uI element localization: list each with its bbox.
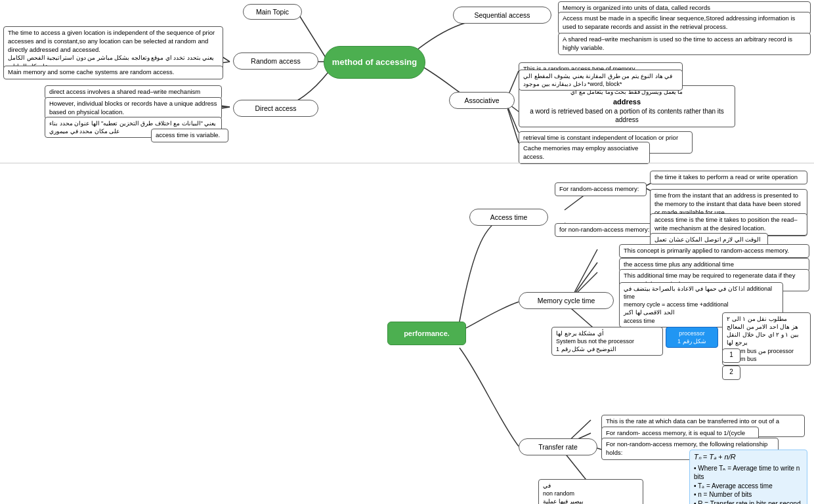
rad1-text: the time it takes to perform a read or w… <box>654 173 798 180</box>
svg-line-20 <box>571 249 597 299</box>
direct-access-node: Direct access <box>233 100 318 117</box>
assoc-d-content: a word is retrieved based on a portion o… <box>523 107 731 125</box>
random-left-box-2: Main memory and some cache systems are r… <box>3 66 223 79</box>
associative-node: Associative <box>449 92 515 109</box>
for-non-random-text: for non-random-access memory: <box>559 226 649 233</box>
nrd1-text: access time is the time it takes to posi… <box>654 216 798 232</box>
for-random-label: For random-access memory: <box>555 182 647 196</box>
assoc-detail-main: ما يعمل ويسرول فقط بحث وما يتعامل مع اي … <box>519 85 735 127</box>
direct-d1-text: direct access involves a shared read–wri… <box>49 88 200 95</box>
direct-detail-2: However, individual blocks or records ha… <box>45 97 222 119</box>
random-label: Random access <box>251 57 300 65</box>
transfer-rate-label: Transfer rate <box>538 443 578 451</box>
memory-cycle-node: Memory cycle time <box>519 292 614 309</box>
processor-label-node: processorشكل رقم 1 <box>666 327 718 348</box>
processor-left-note: أي مشكلة يرجع لهاSystem bus not the proc… <box>551 327 663 356</box>
memory-cycle-label: Memory cycle time <box>538 297 595 304</box>
direct-label: Direct access <box>255 104 296 112</box>
non-random-detail-1: access time is the time it takes to posi… <box>650 213 807 236</box>
mc-b2-text: the access time plus any additional time <box>624 261 734 268</box>
transfer-rate-node: Transfer rate <box>519 438 597 455</box>
assoc-d-addr: address <box>523 97 731 107</box>
num-1-text: 1 <box>729 351 733 358</box>
proc-label-text: processorشكل رقم 1 <box>677 330 706 345</box>
random-access-detail-1: the time it takes to perform a read or w… <box>650 171 807 184</box>
center-node-label: method of accessing <box>332 56 417 68</box>
performance-node: performance. <box>387 322 466 345</box>
mc-b1-text: This concept is primarily applied to ran… <box>624 247 789 254</box>
direct-d2-text: However, individual blocks or records ha… <box>49 100 217 116</box>
main-topic-node: Main Topic <box>243 4 302 20</box>
seq-bullet-2-text: Access must be made in a specific linear… <box>563 14 795 30</box>
formula-detail-3: • n = Number of bits <box>694 490 803 499</box>
num-box-2: 2 <box>722 366 740 380</box>
associative-label: Associative <box>464 96 499 104</box>
num-box-1: 1 <box>722 348 740 363</box>
formula-detail-2: • Tₐ = Average access time <box>694 482 803 491</box>
direct-detail-4: access time is variable. <box>151 129 228 142</box>
performance-label: performance. <box>404 329 450 339</box>
proc-left-text: أي مشكلة يرجع لهاSystem bus not the proc… <box>556 330 634 352</box>
sequential-label: Sequential access <box>474 11 530 19</box>
bottom-note-box: فيnon randomبيصير فيها عمليةread - write… <box>538 479 643 504</box>
access-time-label: Access time <box>490 213 528 221</box>
formula-box: Tₙ = Tₐ + n/R • Where Tₙ = Average time … <box>689 450 807 504</box>
seq-bullet-1-text: Memory is organized into units of data, … <box>563 4 710 11</box>
random-access-node: Random access <box>233 52 318 70</box>
random-left-1-text: The time to access a given location is i… <box>8 29 215 53</box>
sequential-bullet-3: A shared read–write mechanism is used so… <box>558 33 811 55</box>
bottom-note-text: فيnon randomبيصير فيها عمليةread - write… <box>543 482 610 504</box>
num-2-text: 2 <box>729 368 733 375</box>
for-random-text: For random-access memory: <box>559 185 639 192</box>
random-left-2-text: Main memory and some cache systems are r… <box>8 68 174 75</box>
formula-detail-1: • Where Tₙ = Average time to write n bit… <box>694 464 803 482</box>
sequential-access-node: Sequential access <box>453 7 551 24</box>
assoc-ar-text: في هاد النوع يتم من طرق المقارنة يعني يش… <box>523 73 672 87</box>
formula-detail-4: • R = Transfer rate in bits per second (… <box>694 499 803 504</box>
assoc-cache: Cache memories may employ associative ac… <box>519 142 650 164</box>
mc-bullet-1: This concept is primarily applied to ran… <box>619 244 809 258</box>
formula-line: Tₙ = Tₐ + n/R <box>694 452 803 462</box>
access-time-node: Access time <box>469 209 548 226</box>
for-non-random-label: for non-random-access memory: <box>555 223 656 237</box>
center-node-top: method of accessing <box>324 46 425 79</box>
direct-d4-text: access time is variable. <box>156 131 220 138</box>
seq-bullet-3-text: A shared read–write mechanism is used so… <box>563 35 792 51</box>
assoc-arabic-note: في هاد النوع يتم من طرق المقارنة يعني يش… <box>519 70 683 91</box>
assoc-cache-text: Cache memories may employ associative ac… <box>523 144 638 160</box>
main-topic-label: Main Topic <box>256 8 289 16</box>
sequential-bullet-2: Access must be made in a specific linear… <box>558 12 811 34</box>
